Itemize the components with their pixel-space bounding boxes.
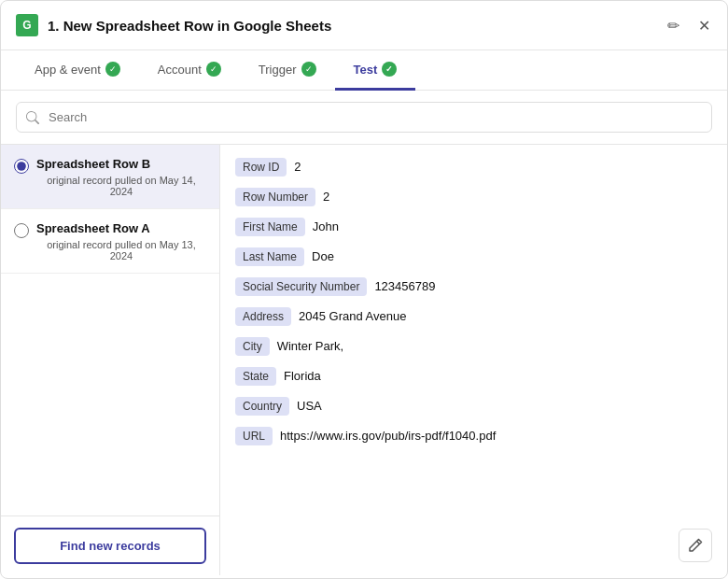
field-value: USA <box>297 397 322 413</box>
check-icon-trigger: ✓ <box>301 62 316 77</box>
tab-account[interactable]: Account✓ <box>139 50 240 91</box>
field-row: CityWinter Park, <box>235 337 712 356</box>
check-icon-app-event: ✓ <box>105 62 120 77</box>
field-row: URLhttps://www.irs.gov/pub/irs-pdf/f1040… <box>235 427 712 445</box>
record-list: Spreadsheet Row Boriginal record pulled … <box>1 145 219 515</box>
search-input[interactable] <box>16 102 712 133</box>
record-item-row-a[interactable]: Spreadsheet Row Aoriginal record pulled … <box>1 209 219 274</box>
field-value: https://www.irs.gov/pub/irs-pdf/f1040.pd… <box>280 427 496 443</box>
field-row: Social Security Number123456789 <box>235 277 712 296</box>
field-value: Florida <box>284 367 321 383</box>
left-panel: Spreadsheet Row Boriginal record pulled … <box>1 145 220 575</box>
record-meta-row-a: original record pulled on May 13, 2024 <box>36 239 206 261</box>
tab-label-trigger: Trigger <box>259 63 297 77</box>
tab-test[interactable]: Test✓ <box>335 50 416 91</box>
field-row: Address2045 Grand Avenue <box>235 307 712 326</box>
record-title-row-b: Spreadsheet Row B <box>36 156 206 173</box>
field-label: Last Name <box>235 247 304 266</box>
check-icon-account: ✓ <box>206 62 221 77</box>
edit-title-button[interactable]: ✏ <box>665 15 681 36</box>
check-icon-test: ✓ <box>382 62 397 77</box>
tab-label-app-event: App & event <box>35 63 101 77</box>
tab-label-test: Test <box>354 63 378 77</box>
field-row: First NameJohn <box>235 218 712 236</box>
field-value: 2 <box>323 188 329 204</box>
sheets-icon: G <box>16 14 38 36</box>
field-label: URL <box>235 427 273 445</box>
tab-app-event[interactable]: App & event✓ <box>16 50 139 91</box>
field-row: CountryUSA <box>235 397 712 416</box>
field-value: Winter Park, <box>277 337 344 353</box>
field-label: State <box>235 367 276 386</box>
title-bar: G 1. New Spreadsheet Row in Google Sheet… <box>1 1 727 50</box>
tab-trigger[interactable]: Trigger✓ <box>240 50 335 91</box>
field-label: Address <box>235 307 291 326</box>
field-row: Row Number2 <box>235 188 712 206</box>
field-label: First Name <box>235 218 305 236</box>
find-new-records-button[interactable]: Find new records <box>14 528 206 564</box>
record-title-row-a: Spreadsheet Row A <box>36 220 206 237</box>
page-title: 1. New Spreadsheet Row in Google Sheets <box>48 18 331 34</box>
field-value: 2 <box>294 158 301 174</box>
edit-icon <box>688 538 703 553</box>
right-panel: Row ID2Row Number2First NameJohnLast Nam… <box>220 145 727 575</box>
field-label: Row ID <box>235 158 287 177</box>
field-row: StateFlorida <box>235 367 712 386</box>
field-label: Country <box>235 397 289 416</box>
edit-button[interactable] <box>679 529 712 562</box>
record-radio-row-a[interactable] <box>14 223 29 238</box>
tabs: App & event✓Account✓Trigger✓Test✓ <box>1 50 727 91</box>
field-label: Social Security Number <box>235 277 367 296</box>
field-label: Row Number <box>235 188 315 206</box>
close-button[interactable]: ✕ <box>696 15 712 36</box>
field-value: 123456789 <box>374 277 435 293</box>
tab-label-account: Account <box>158 63 202 77</box>
record-meta-row-b: original record pulled on May 14, 2024 <box>36 175 206 197</box>
field-label: City <box>235 337 270 356</box>
field-row: Row ID2 <box>235 158 712 177</box>
field-value: John <box>313 218 339 233</box>
record-radio-row-b[interactable] <box>14 159 29 174</box>
field-value: Doe <box>312 247 334 263</box>
record-item-row-b[interactable]: Spreadsheet Row Boriginal record pulled … <box>1 145 219 209</box>
field-value: 2045 Grand Avenue <box>299 307 406 323</box>
field-row: Last NameDoe <box>235 247 712 266</box>
